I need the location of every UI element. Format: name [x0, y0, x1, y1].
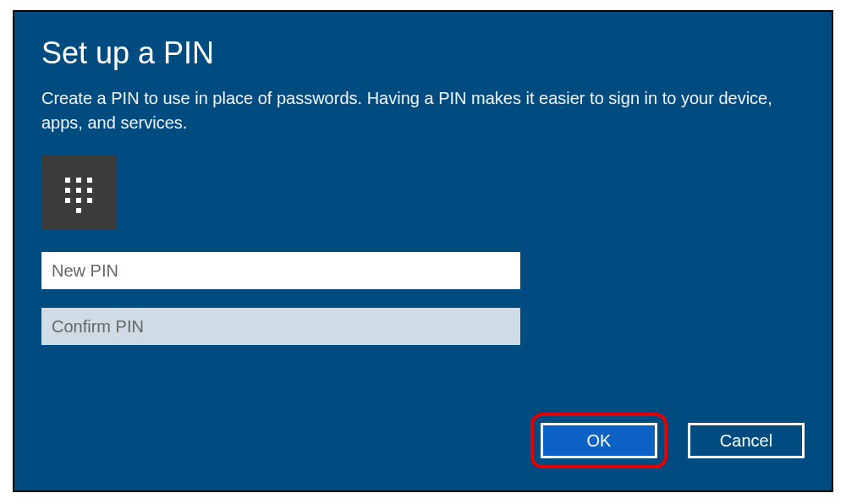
svg-rect-3 — [65, 188, 70, 193]
svg-rect-9 — [76, 208, 81, 213]
new-pin-input[interactable] — [41, 252, 520, 289]
dialog-button-row: OK Cancel — [530, 413, 805, 468]
svg-rect-8 — [87, 198, 92, 203]
svg-rect-7 — [76, 198, 81, 203]
svg-rect-4 — [76, 188, 81, 193]
ok-highlight: OK — [530, 413, 667, 468]
svg-rect-5 — [87, 188, 92, 193]
pin-setup-dialog: Set up a PIN Create a PIN to use in plac… — [13, 10, 833, 492]
ok-button[interactable]: OK — [541, 423, 657, 458]
confirm-pin-input[interactable] — [41, 308, 520, 345]
svg-rect-2 — [87, 178, 92, 183]
svg-rect-6 — [65, 198, 70, 203]
svg-rect-1 — [76, 178, 81, 183]
dialog-title: Set up a PIN — [41, 36, 805, 71]
dialog-description: Create a PIN to use in place of password… — [41, 86, 786, 135]
cancel-button[interactable]: Cancel — [688, 423, 805, 458]
pin-keypad-icon — [41, 156, 116, 230]
svg-rect-0 — [65, 178, 70, 183]
